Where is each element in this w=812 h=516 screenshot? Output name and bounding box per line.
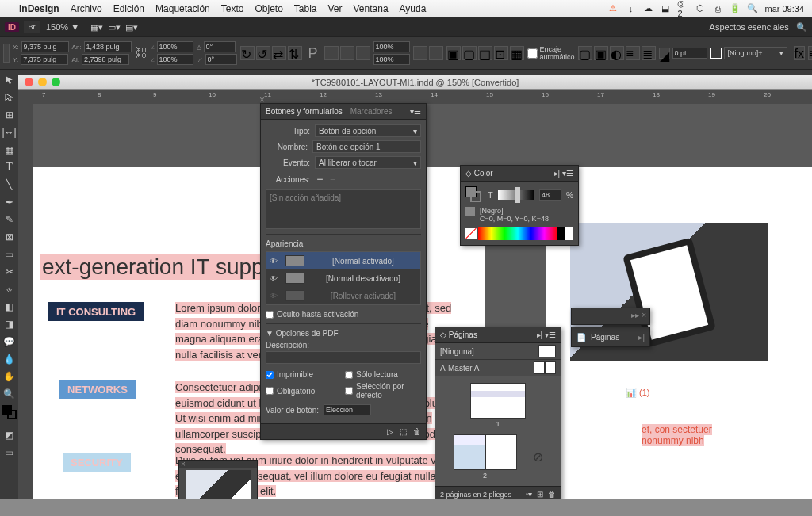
gradient-swatch-tool[interactable]: ◧	[0, 298, 18, 315]
preview-icon[interactable]: ▷	[387, 427, 393, 436]
menu-ventana[interactable]: Ventana	[354, 3, 389, 14]
type-dropdown[interactable]: Botón de opción▾	[315, 124, 421, 137]
white-swatch[interactable]	[565, 227, 573, 240]
pages-panel-header[interactable]: ◇ Páginas ▸| ▾☰	[435, 327, 561, 343]
free-transform-tool[interactable]: ⟐	[0, 281, 18, 298]
screen-mode-icon[interactable]: ▭▾	[108, 22, 121, 32]
menu-archivo[interactable]: Archivo	[71, 3, 102, 14]
eye-icon[interactable]: 👁	[270, 274, 281, 283]
line-tool[interactable]: ╲	[0, 176, 18, 193]
select-container-icon[interactable]	[413, 46, 427, 60]
page2-sidetext[interactable]: et, con sectetuer nonummy nibh	[642, 424, 712, 446]
dock-header-strip[interactable]: ▸▸ ×	[571, 308, 650, 325]
menu-ver[interactable]: Ver	[328, 3, 343, 14]
cloud-icon[interactable]: ☁	[642, 3, 653, 14]
corner-icon[interactable]: ◢	[659, 48, 670, 59]
menu-texto[interactable]: Texto	[221, 3, 244, 14]
label-networks[interactable]: NETWORKS	[59, 380, 136, 399]
workspace-switcher[interactable]: Aspectos esenciales 🔍	[710, 22, 807, 32]
circle-icon[interactable]: ◎ 2	[677, 3, 688, 14]
page-thumb-1[interactable]	[470, 383, 526, 419]
align-icon[interactable]: ≡	[808, 46, 812, 60]
hand-tool[interactable]: ✋	[0, 368, 18, 385]
panel-header[interactable]: × Botones y formularios Marcadores ▾☰	[261, 104, 426, 120]
fill-stroke-swatch[interactable]	[0, 403, 18, 426]
bridge-button[interactable]: Br	[24, 21, 40, 33]
content-collector-tool[interactable]: ▦	[0, 141, 18, 159]
arrange-icon[interactable]: ▤▾	[125, 22, 138, 32]
fill-stroke-proxy[interactable]	[465, 186, 483, 204]
pencil-tool[interactable]: ✎	[0, 211, 18, 228]
zoom-tool[interactable]: 🔍	[0, 385, 18, 403]
fit-prop-icon[interactable]: ◫	[478, 46, 492, 60]
hidden-until-triggered-checkbox[interactable]: Oculto hasta activación	[266, 310, 421, 319]
tab-buttons-forms[interactable]: Botones y formularios	[266, 107, 343, 116]
screen-mode-tool[interactable]: ▭	[0, 444, 18, 461]
convert-icon[interactable]: ⬚	[400, 427, 407, 436]
edit-page-size-icon[interactable]: ▫▾	[525, 490, 532, 499]
pages-thumb-area[interactable]: 1 2 ⊘	[435, 376, 561, 486]
eyedropper-tool[interactable]: 💧	[0, 350, 18, 368]
zoom-window-button[interactable]	[52, 78, 60, 86]
opacity-input[interactable]	[373, 41, 410, 52]
page-tool[interactable]: ⊞	[0, 106, 18, 124]
direct-selection-tool[interactable]	[0, 89, 18, 106]
gradient-feather-tool[interactable]: ◨	[0, 315, 18, 333]
tint-slider[interactable]	[498, 190, 534, 200]
wrap-bbox-icon[interactable]: ▣	[594, 46, 608, 60]
printable-checkbox[interactable]: Imprimible	[266, 370, 342, 379]
rotate-ccw-icon[interactable]: ↺	[256, 46, 270, 60]
black-swatch[interactable]	[557, 227, 565, 240]
rectangle-tool[interactable]: ▭	[0, 246, 18, 263]
scale-y-input[interactable]	[157, 54, 193, 65]
page2-link[interactable]: 📊 (1)	[626, 388, 650, 398]
p-icon[interactable]: P	[308, 45, 318, 62]
horizontal-ruler[interactable]: 7 8 9 10 11 12 13 14 15 16 17 18 19 20	[18, 90, 812, 104]
none-swatch-icon[interactable]	[465, 228, 477, 239]
actions-list[interactable]: [Sin acción añadida]	[266, 189, 421, 229]
battery-icon[interactable]: 🔋	[730, 3, 741, 14]
event-dropdown[interactable]: Al liberar o tocar▾	[315, 156, 421, 169]
menu-maquetacion[interactable]: Maquetación	[155, 3, 210, 14]
content-center-icon[interactable]	[356, 46, 370, 60]
description-input[interactable]	[266, 351, 421, 364]
panel-menu-icon[interactable]: ▾☰	[410, 107, 421, 116]
tint-value-input[interactable]	[539, 189, 561, 201]
menu-ayuda[interactable]: Ayuda	[400, 3, 427, 14]
menu-objeto[interactable]: Objeto	[255, 3, 282, 14]
tab-pages[interactable]: ◇ Páginas	[440, 331, 477, 339]
wrap-jump2-icon[interactable]: ≣	[642, 46, 656, 60]
height-input[interactable]	[82, 54, 129, 65]
gap-tool[interactable]: |↔|	[0, 124, 18, 141]
rotate-cw-icon[interactable]: ↻	[240, 46, 255, 60]
pages-dock-icon[interactable]: 📄	[576, 333, 586, 342]
selected-default-checkbox[interactable]: Selección por defecto	[345, 382, 421, 399]
pdf-options-label[interactable]: ▼ Opciones de PDF	[266, 329, 421, 338]
tab-bookmarks[interactable]: Marcadores	[350, 107, 393, 116]
eye-icon[interactable]: 👁	[270, 292, 281, 300]
content-fill-icon[interactable]	[340, 46, 354, 60]
select-content-icon[interactable]	[429, 46, 443, 60]
add-action-icon[interactable]: ＋	[315, 172, 325, 186]
scale-x-input[interactable]	[157, 41, 193, 52]
delete-page-icon[interactable]: 🗑	[548, 490, 556, 499]
docked-pages-panel[interactable]: 📄 Páginas ▸|	[571, 327, 650, 347]
page-icon[interactable]: ⎙	[712, 3, 723, 14]
flip-h-icon[interactable]: ⇄	[272, 46, 286, 60]
label-it-consulting[interactable]: IT CONSULTING	[48, 302, 144, 321]
page-thumb-2l[interactable]	[454, 434, 485, 470]
state-normal-on[interactable]: 👁 [Normal activado]	[266, 252, 420, 269]
selection-tool[interactable]	[0, 71, 18, 89]
menu-tabla[interactable]: Tabla	[294, 3, 317, 14]
new-page-icon[interactable]: ⊞	[537, 490, 543, 499]
page-thumb-2r[interactable]	[485, 434, 517, 470]
sync-icon[interactable]: ↓	[625, 3, 636, 14]
float-thumb-header[interactable]: ×	[179, 461, 257, 468]
view-mode-icon[interactable]: ▦▾	[90, 22, 103, 32]
panel-menu-icon[interactable]: ▸| ▾☰	[554, 169, 573, 178]
dropbox-icon[interactable]: ⬓	[660, 3, 671, 14]
clock[interactable]: mar 09:34	[764, 4, 804, 13]
y-position-input[interactable]	[21, 54, 68, 65]
eye-icon[interactable]: 👁	[270, 257, 281, 266]
color-spectrum[interactable]	[478, 227, 557, 240]
